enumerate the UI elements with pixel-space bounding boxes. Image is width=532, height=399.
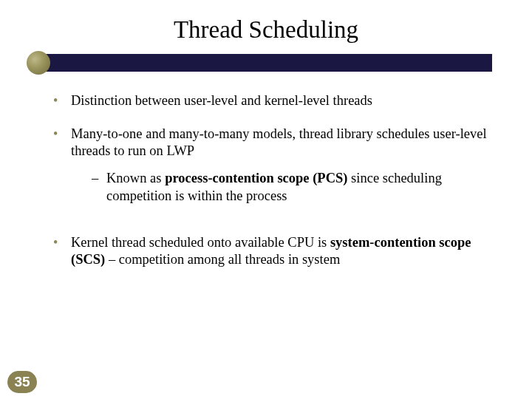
title-bar — [40, 54, 492, 72]
bullet-item-2: Many-to-one and many-to-many models, thr… — [53, 126, 492, 205]
bullet-1-text: Distinction between user-level and kerne… — [71, 93, 372, 108]
slide: Thread Scheduling Distinction between us… — [0, 0, 532, 399]
bullet-3-pre: Kernel thread scheduled onto available C… — [71, 235, 330, 250]
bullet-3-post: – competition among all threads in syste… — [105, 252, 340, 267]
bullet-2-text: Many-to-one and many-to-many models, thr… — [71, 126, 487, 158]
content-area: Distinction between user-level and kerne… — [0, 72, 532, 268]
page-number-badge: 35 — [7, 371, 37, 393]
bullet-item-1: Distinction between user-level and kerne… — [53, 92, 492, 109]
sub-bullet-1-bold: process-contention scope (PCS) — [165, 171, 347, 185]
page-number: 35 — [14, 374, 30, 390]
bullet-list: Distinction between user-level and kerne… — [53, 92, 492, 268]
bullet-item-3: Kernel thread scheduled onto available C… — [53, 234, 492, 268]
sub-bullet-list: Known as process-contention scope (PCS) … — [92, 170, 492, 204]
sub-bullet-item-1: Known as process-contention scope (PCS) … — [92, 170, 492, 204]
slide-title: Thread Scheduling — [0, 0, 532, 48]
title-bullet-icon — [27, 51, 50, 75]
title-underline — [40, 54, 492, 72]
sub-bullet-1-pre: Known as — [106, 171, 165, 185]
